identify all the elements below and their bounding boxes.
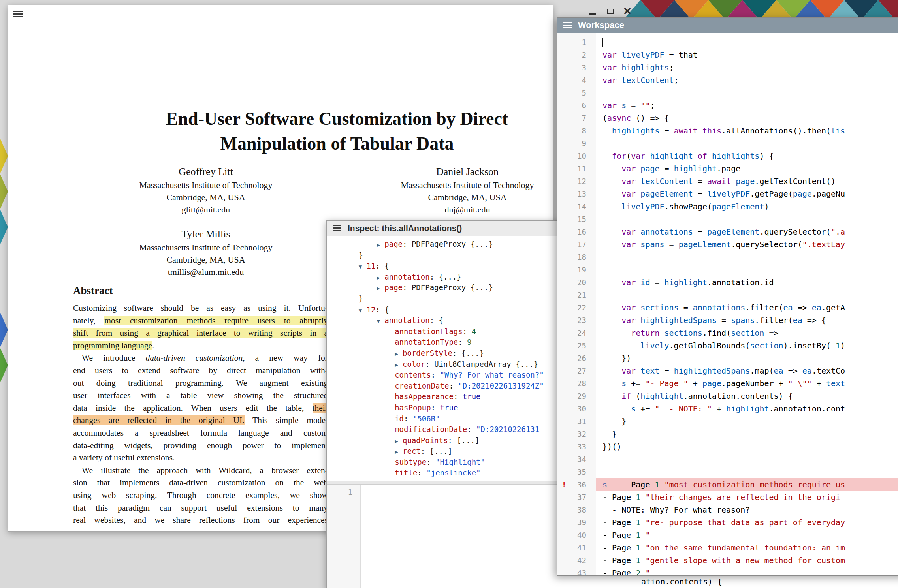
line-number-gutter-cell: 12 (557, 175, 596, 188)
line-number-gutter-cell: 22 (557, 301, 596, 314)
code-line[interactable]: (async () => { (596, 112, 898, 124)
line-number-gutter-cell: 38 (557, 503, 596, 516)
abstract-line: shift from using a graphical interface t… (73, 327, 328, 340)
code-line[interactable] (596, 137, 898, 150)
code-line[interactable] (596, 251, 898, 263)
paper-title-line1: End-User Software Customization by Direc… (8, 106, 553, 131)
code-line[interactable]: var pageElement = livelyPDF.getPage(page… (596, 188, 898, 200)
workspace-title: Workspace (578, 20, 624, 30)
code-line[interactable]: } (596, 428, 898, 440)
line-number-gutter-cell: 16 (557, 225, 596, 238)
hamburger-menu-icon[interactable] (13, 11, 23, 18)
abstract-line: We introduce data-driven customization, … (73, 352, 328, 364)
abstract-line: a variety of useful extensions. (73, 452, 328, 464)
code-line[interactable]: s += " - NOTE: " + highlight.annotation.… (596, 402, 898, 415)
code-line[interactable]: return sections.find(section => (596, 327, 898, 339)
code-line[interactable]: - Page 2 " (596, 567, 898, 575)
code-line[interactable]: s += "- Page " + page.pageNumber + " \""… (596, 377, 898, 390)
line-number-gutter-cell: 27 (557, 364, 596, 377)
code-line[interactable] (596, 466, 898, 478)
abstract-line: nately, most customization methods requi… (73, 315, 328, 327)
code-line[interactable]: - NOTE: Why? For what reason? (596, 503, 898, 516)
line-number-gutter-cell: 42 (557, 554, 596, 567)
code-line[interactable]: s - Page 1 "most customization methods r… (596, 478, 898, 491)
line-number-gutter-cell: 13 (557, 188, 596, 200)
code-line[interactable]: for(var highlight of highlights) { (596, 150, 898, 162)
code-line[interactable]: var spans = pageElement.querySelector(".… (596, 238, 898, 251)
author-block: Geoffrey Litt Massachusetts Institute of… (73, 165, 339, 216)
workspace-titlebar[interactable]: Workspace (557, 18, 898, 33)
author-affiliation: Massachusetts Institute of Technology (73, 179, 339, 191)
workspace-editor[interactable]: 12var livelyPDF = that3var highlights;4v… (557, 33, 898, 575)
author-name: Tyler Millis (73, 227, 339, 241)
code-line[interactable] (596, 289, 898, 301)
line-number-gutter-cell: 26 (557, 352, 596, 364)
author-name: Geoffrey Litt (73, 165, 339, 179)
maximize-icon[interactable] (607, 9, 614, 14)
hamburger-menu-icon[interactable] (333, 225, 341, 231)
line-number-gutter-cell: 28 (557, 377, 596, 390)
paper-title: End-User Software Customization by Direc… (8, 106, 553, 156)
code-line[interactable]: lively.getGlobalBounds(section).insetBy(… (596, 339, 898, 352)
code-line[interactable] (596, 36, 898, 49)
line-number-gutter-cell: 11 (557, 162, 596, 175)
code-line[interactable]: } (596, 415, 898, 428)
workspace-window[interactable]: Workspace 12var livelyPDF = that3var hig… (557, 17, 898, 576)
abstract-line: We illustrate the approach with Wildcard… (73, 464, 328, 477)
code-line[interactable]: - Page 1 " (596, 529, 898, 541)
code-line[interactable] (596, 213, 898, 225)
code-line[interactable] (596, 453, 898, 466)
background-window-fragment: ation.contents) { (561, 576, 898, 588)
line-number-gutter-cell: 29 (557, 390, 596, 402)
code-line[interactable]: var highlights; (596, 61, 898, 74)
line-number-gutter-cell: !36 (557, 478, 596, 491)
code-line[interactable]: var s = ""; (596, 99, 898, 112)
code-line[interactable]: - Page 1 "on the same fundamental founda… (596, 541, 898, 554)
code-line[interactable] (596, 86, 898, 99)
line-number-gutter-cell: 10 (557, 150, 596, 162)
author-affiliation: Massachusetts Institute of Technology (335, 179, 553, 191)
text-cursor (602, 38, 603, 47)
code-line[interactable]: - Page 1 "their changes are reflected in… (596, 491, 898, 503)
code-line[interactable]: var textContent; (596, 74, 898, 86)
code-line[interactable]: livelyPDF.showPage(pageElement) (596, 200, 898, 213)
code-line[interactable]: }) (596, 352, 898, 364)
code-line[interactable]: var annotations = pageElement.querySelec… (596, 225, 898, 238)
code-line[interactable]: var textContent = await page.getTextCont… (596, 175, 898, 188)
line-number-gutter-cell: 23 (557, 314, 596, 327)
line-number-gutter-cell: 19 (557, 263, 596, 276)
code-line[interactable]: var id = highlight.annotation.id (596, 276, 898, 289)
code-line[interactable]: var page = highlight.page (596, 162, 898, 175)
code-line[interactable]: var sections = annotations.filter(ea => … (596, 301, 898, 314)
code-line[interactable]: - Page 1 "gentle slope with a new method… (596, 554, 898, 567)
abstract-line: user interfaces with a table view showin… (73, 389, 328, 402)
code-line[interactable]: var text = highlightedSpans.map(ea => ea… (596, 364, 898, 377)
close-icon[interactable]: × (623, 4, 631, 17)
line-number-gutter-cell: 21 (557, 289, 596, 301)
abstract-line: programming language. (73, 340, 328, 352)
code-line[interactable]: var highlightedSpans = spans.filter(ea =… (596, 314, 898, 327)
line-number-gutter-cell: 35 (557, 466, 596, 478)
line-number-gutter-cell: 2 (557, 49, 596, 61)
line-number-gutter-cell: 8 (557, 124, 596, 137)
abstract-line: Customizing software should be as easy a… (73, 302, 328, 315)
line-number-gutter-cell: 5 (557, 86, 596, 99)
error-marker-icon[interactable]: ! (562, 478, 566, 491)
code-line[interactable] (596, 263, 898, 276)
code-line[interactable]: var livelyPDF = that (596, 49, 898, 61)
line-number-gutter-cell: 25 (557, 339, 596, 352)
line-number-gutter-cell: 6 (557, 99, 596, 112)
author-block: Daniel Jackson Massachusetts Institute o… (335, 165, 553, 216)
code-line[interactable]: })() (596, 440, 898, 453)
code-line[interactable]: - Page 1 "re- purpose that data as part … (596, 516, 898, 529)
line-number-gutter-cell: 37 (557, 491, 596, 503)
code-line[interactable]: if (highlight.annotation.contents) { (596, 390, 898, 402)
line-number-gutter-cell: 3 (557, 61, 596, 74)
minimize-icon[interactable] (589, 9, 596, 15)
abstract-line: end users to extend software by direct m… (73, 364, 328, 377)
hamburger-menu-icon[interactable] (563, 22, 572, 28)
code-line[interactable]: highlights = await this.allAnnotations()… (596, 124, 898, 137)
line-number-gutter-cell: 14 (557, 200, 596, 213)
line-number-gutter-cell: 40 (557, 529, 596, 541)
abstract-line: that this paradigm can support useful ex… (73, 502, 328, 515)
